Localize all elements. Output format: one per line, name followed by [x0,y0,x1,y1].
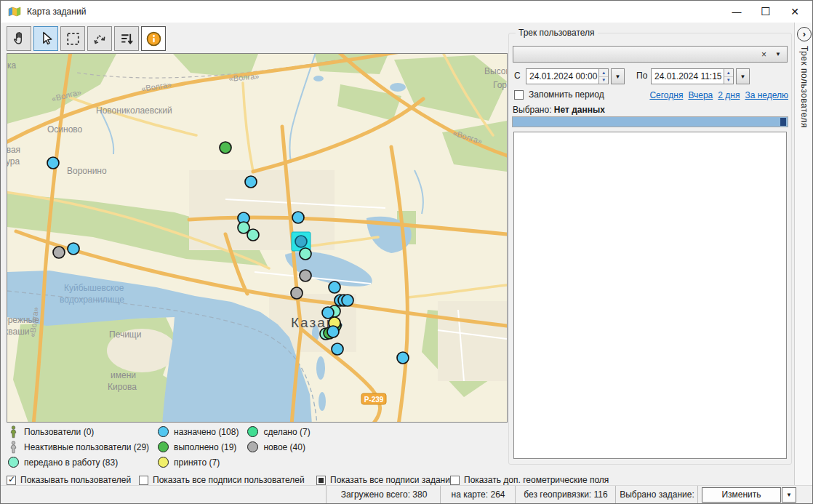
info-tool[interactable] [141,26,166,51]
map-canvas[interactable]: каНовониколаевскийОсиновоВоронинооваяура… [7,54,507,422]
window-title: Карта заданий [27,7,86,17]
spin-down-icon[interactable]: ▼ [599,76,608,84]
map-road-label: «Волга» [228,71,260,83]
map-road-label: «Волга» [140,80,172,93]
cursor-icon [37,30,55,48]
legend-item: выполнено (19) [158,441,239,452]
rect-select-icon [64,30,82,48]
toolbar [7,26,166,51]
link-2days[interactable]: 2 дня [718,90,740,100]
track-list[interactable] [513,132,787,459]
checkbox[interactable] [514,90,524,100]
legend-label: сделано (7) [263,427,310,437]
legend-label: передано в работу (83) [24,457,118,468]
close-button[interactable]: ✕ [780,1,809,23]
map-place-label: Кирова [108,382,137,392]
maximize-button[interactable]: ☐ [751,1,780,23]
task-marker-assigned[interactable] [397,352,409,364]
task-marker-new[interactable] [300,270,311,281]
date-from-dropdown[interactable]: ▼ [611,68,625,84]
legend-label: выполнено (19) [174,442,236,452]
task-marker-new[interactable] [291,287,303,299]
minimize-button[interactable]: — [722,1,751,23]
task-marker-transferred[interactable] [300,248,311,260]
rect-select-tool[interactable] [60,26,85,51]
option-show-user-labels[interactable]: Показать все подписи пользователей [139,474,305,486]
date-to-dropdown[interactable]: ▼ [736,68,750,84]
hand-icon [10,30,28,48]
task-marker-assigned[interactable] [342,295,353,306]
selected-label: Выбрано: [513,105,551,115]
date-to-input[interactable]: 24.01.2024 11:15 ▲ ▼ [651,68,734,84]
link-week[interactable]: За неделю [745,90,788,100]
map-place-label: ка [7,60,17,71]
checkbox[interactable] [139,476,148,485]
task-marker-assigned[interactable] [245,176,257,188]
status-dot-icon [247,441,258,452]
spin-up-icon[interactable]: ▲ [724,69,733,76]
user-select-combo[interactable]: × ▼ [513,46,788,63]
combo-chevron-down-icon[interactable]: ▼ [775,51,787,57]
map-place-label: Воронино [67,166,107,176]
combo-clear-icon[interactable]: × [761,49,775,60]
road-shield-label: Р-239 [364,396,384,404]
task-marker-assigned[interactable] [327,326,339,337]
slider-thumb[interactable] [780,118,786,126]
option-show-geometry-fields[interactable]: Показать доп. геометрические поля [450,474,609,486]
sort-icon [118,30,136,48]
polygon-select-icon [91,30,109,48]
status-item: без геопривязки: 116 [518,486,614,504]
status-separator [697,486,698,503]
pan-tool[interactable] [7,26,31,51]
task-marker-new[interactable] [53,247,65,258]
map-place-label: Новониколаевский [96,105,172,116]
spin-down-icon[interactable]: ▼ [724,76,733,84]
sort-tool[interactable] [114,26,139,51]
legend-item: назначено (108) [158,426,239,437]
date-from-input[interactable]: 24.01.2024 00:00 ▲ ▼ [526,68,609,84]
option-label: Показывать пользователей [20,475,131,485]
link-yesterday[interactable]: Вчера [688,90,713,100]
task-marker-assigned[interactable] [322,307,334,319]
map-water-label: водохранилище [60,295,124,305]
task-marker-assigned[interactable] [329,281,340,293]
task-marker-assigned[interactable] [68,243,79,255]
polygon-select-tool[interactable] [87,26,112,51]
expand-panel-button[interactable]: › [797,27,812,41]
remember-period-label: Запомнить период [529,89,604,100]
spin-up-icon[interactable]: ▲ [599,69,608,76]
date-from-spinner[interactable]: ▲ ▼ [598,69,608,84]
quick-period-links: СегодняВчера2 дняЗа неделю [649,90,788,100]
option-show-users[interactable]: Показывать пользователей [7,474,131,486]
map-place-label: имени [111,370,136,380]
date-to-value: 24.01.2024 11:15 [652,69,724,84]
edit-selected-button[interactable]: Изменить выбранные [702,487,781,503]
legend-item: передано в работу (83) [8,457,149,468]
task-marker-assigned[interactable] [47,157,59,169]
date-from-value: 24.01.2024 00:00 [526,69,598,84]
task-marker-assigned[interactable] [292,212,304,223]
person-icon [8,425,19,439]
task-marker-transferred[interactable] [247,229,259,241]
checkbox[interactable] [7,476,16,485]
date-to-label: По [636,71,647,81]
status-dot-icon [158,457,169,468]
select-tool[interactable] [33,26,58,51]
option-label: Показать доп. геометрические поля [464,475,609,485]
date-to-spinner[interactable]: ▲ ▼ [724,69,733,84]
option-show-task-labels[interactable]: Показать все подписи заданий [316,474,455,486]
task-marker-completed[interactable] [220,142,231,153]
track-time-slider[interactable] [512,116,788,127]
task-marker-assigned[interactable] [332,343,343,355]
checkbox[interactable] [450,476,460,485]
edit-selected-caret[interactable]: ▼ [782,487,796,503]
legend-item: Пользователи (0) [8,425,149,439]
status-separator [615,486,616,503]
link-today[interactable]: Сегодня [649,90,683,100]
map-place-label: кваши [7,327,30,337]
collapsed-tab-label[interactable]: Трек пользователя [799,46,809,128]
map-place-label: Осиново [47,124,83,135]
checkbox[interactable] [316,476,326,485]
task-marker-selected[interactable] [295,236,307,247]
option-remember-period[interactable]: Запомнить период [514,89,604,100]
